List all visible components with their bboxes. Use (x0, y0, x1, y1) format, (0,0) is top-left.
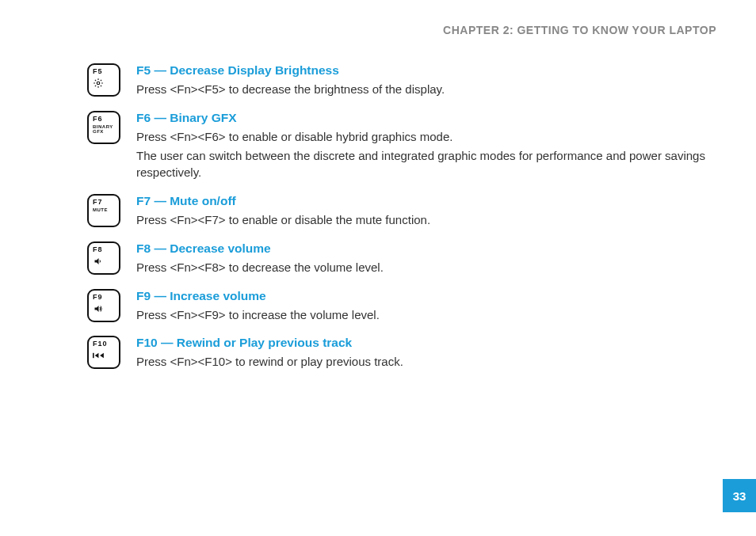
keycap-label: F5 (93, 68, 103, 75)
keycap-label: F7 (93, 199, 103, 206)
key-description-row: F10F10 — Rewind or Play previous trackPr… (87, 336, 716, 372)
key-description: Press <Fn><F8> to decrease the volume le… (136, 259, 716, 276)
key-description: Press <Fn><F10> to rewind or play previo… (136, 353, 716, 371)
vol-down-icon (93, 256, 104, 267)
keycap: F8 (87, 241, 120, 275)
key-title: F9 — Increase volume (136, 289, 716, 303)
keycap-label: F9 (93, 294, 103, 301)
content-area: F5▾F5 — Decrease Display BrightnessPress… (87, 63, 716, 383)
chapter-header: CHAPTER 2: GETTING TO KNOW YOUR LAPTOP (443, 24, 716, 36)
svg-line-5 (95, 80, 96, 81)
key-title: F7 — Mute on/off (136, 194, 716, 208)
key-text: F8 — Decrease volumePress <Fn><F8> to de… (136, 241, 716, 278)
keycap-label: F8 (93, 246, 103, 253)
keycap: F6BINARY GFX (87, 111, 120, 144)
key-title: F6 — Binary GFX (136, 111, 716, 125)
svg-point-0 (97, 82, 100, 85)
svg-marker-10 (95, 258, 99, 264)
key-description-row: F8F8 — Decrease volumePress <Fn><F8> to … (87, 241, 716, 278)
key-text: F7 — Mute on/offPress <Fn><F7> to enable… (136, 194, 716, 230)
keycap: F9 (87, 289, 120, 322)
key-text: F10 — Rewind or Play previous trackPress… (136, 336, 716, 372)
key-description: Press <Fn><F7> to enable or disable the … (136, 211, 716, 229)
key-description: Press <Fn><F9> to increase the volume le… (136, 306, 716, 324)
keycap-label: F6 (93, 116, 103, 123)
key-title: F10 — Rewind or Play previous track (136, 336, 716, 350)
key-title: F8 — Decrease volume (136, 241, 716, 256)
key-text: F6 — Binary GFXPress <Fn><F6> to enable … (136, 111, 716, 183)
key-text: F9 — Increase volumePress <Fn><F9> to in… (136, 289, 716, 325)
svg-line-7 (95, 86, 96, 86)
key-title: F5 — Decrease Display Brightness (136, 63, 716, 78)
keycap: F10 (87, 336, 120, 369)
svg-line-6 (101, 86, 101, 86)
prev-track-icon (93, 350, 105, 361)
keycap: F5▾ (87, 63, 120, 97)
key-description: Press <Fn><F5> to decrease the brightnes… (136, 81, 716, 98)
svg-marker-13 (95, 353, 99, 358)
keycap-sublabel: MUTE (93, 207, 108, 212)
svg-line-8 (101, 80, 101, 81)
key-text: F5 — Decrease Display BrightnessPress <F… (136, 63, 716, 100)
keycap-sublabel: BINARY GFX (93, 124, 116, 134)
vol-up-icon (93, 303, 104, 314)
svg-rect-12 (93, 353, 94, 358)
key-description: Press <Fn><F6> to enable or disable hybr… (136, 128, 716, 146)
brightness-down-icon: ▾ (93, 78, 104, 89)
keycap-label: F10 (93, 340, 108, 348)
key-description-row: F9F9 — Increase volumePress <Fn><F9> to … (87, 289, 716, 325)
key-description-row: F7MUTEF7 — Mute on/offPress <Fn><F7> to … (87, 194, 716, 230)
key-description-row: F6BINARY GFXF6 — Binary GFXPress <Fn><F6… (87, 111, 716, 183)
keycap: F7MUTE (87, 194, 120, 227)
key-description-row: F5▾F5 — Decrease Display BrightnessPress… (87, 63, 716, 100)
svg-marker-11 (95, 306, 99, 312)
svg-marker-14 (100, 353, 104, 358)
page-number-badge: 33 (723, 479, 756, 512)
key-description: The user can switch between the discrete… (136, 147, 716, 182)
